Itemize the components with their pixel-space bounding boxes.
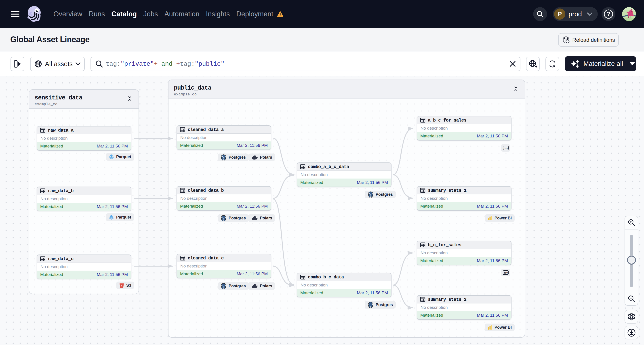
svg-text:?: ? [607,10,610,17]
svg-text:CSV: CSV [504,272,508,274]
svg-text:CSV: CSV [504,147,508,150]
